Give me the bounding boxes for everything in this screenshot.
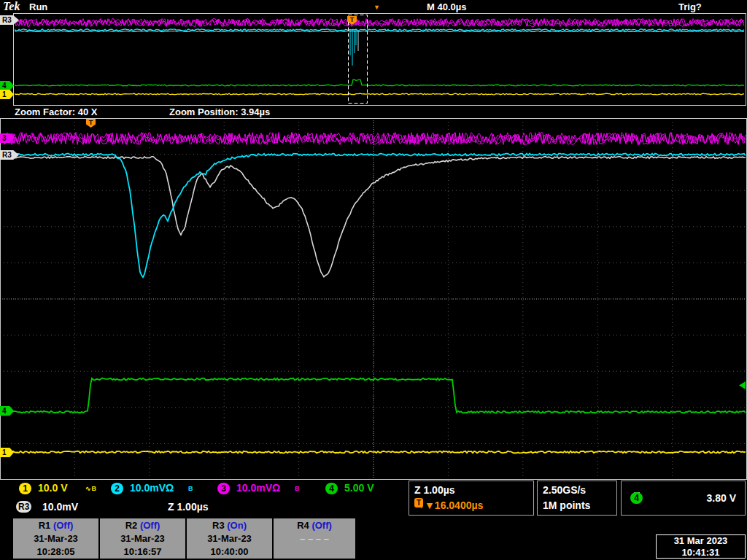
ref3-slot-button[interactable]: R3 (On) 31-Mar-23 10:40:00 <box>187 518 272 559</box>
ch3-flags: B <box>295 485 301 492</box>
ref3-scale-readout: 10.0mV <box>42 501 78 513</box>
acquisition-status: Run <box>29 1 47 12</box>
zoom-position-label: Zoom Position: 3.94µs <box>169 106 270 117</box>
ref2-slot-button[interactable]: R2 (Off) 31-Mar-23 10:16:57 <box>100 518 185 559</box>
ch3-badge: 3 <box>217 483 230 494</box>
trigger-delay-line: T→▼16.0400µs <box>414 498 528 513</box>
ch4-scale-readout: 5.00 V <box>344 482 374 494</box>
top-status-bar: Tek Run M 40.0µs Trig? ▼ <box>0 0 747 13</box>
readout-bar: 1 10.0 V ∿B 2 10.0mVΩ B 3 10.0mVΩ B 4 5.… <box>0 480 747 518</box>
trigger-position-marker-icon: ▼ <box>374 4 380 11</box>
zoom-factor-label: Zoom Factor: 40 X <box>15 106 97 117</box>
slot-title: R2 (Off) <box>100 519 185 532</box>
main-waveform-canvas <box>0 118 747 480</box>
ch1-badge: 1 <box>19 483 31 494</box>
ref-readout-row: R3 10.0mV Z 1.00µs <box>0 499 409 516</box>
ref3-badge: R3 <box>16 501 31 513</box>
slot-time: 10:40:00 <box>187 545 272 559</box>
zoom-scale-readout: Z 1.00µs <box>414 483 528 498</box>
slot-time: 10:28:05 <box>13 545 98 559</box>
slot-time: 10:16:57 <box>100 545 185 559</box>
datetime-box: 31 Mar 2023 10:41:31 <box>656 534 746 559</box>
zoom-info-bar: Zoom Factor: 40 X Zoom Position: 3.94µs <box>0 106 747 118</box>
overview-waveform-canvas <box>0 13 747 106</box>
slot-date: 31-Mar-23 <box>13 532 98 545</box>
ref1-slot-button[interactable]: R1 (Off) 31-Mar-23 10:28:05 <box>13 518 98 559</box>
slot-title: R4 (Off) <box>274 519 355 532</box>
ch2-badge: 2 <box>111 483 123 494</box>
zoom-timebase-box: Z 1.00µs T→▼16.0400µs <box>409 481 534 516</box>
slot-title: R3 (On) <box>187 519 272 532</box>
ref-menu-bar: R1 (Off) 31-Mar-23 10:28:05 R2 (Off) 31-… <box>0 518 747 560</box>
ch3-scale-readout: 10.0mVΩ <box>236 482 280 494</box>
trigger-level-readout: 3.80 V <box>707 492 736 504</box>
ch1-flags: ∿B <box>85 485 97 492</box>
main-graticule: 3 R3 4 1 T <box>0 118 747 480</box>
date-readout: 31 Mar 2023 <box>657 535 745 547</box>
ref3-zoom-readout: Z 1.00µs <box>168 501 209 513</box>
ch1-scale-readout: 10.0 V <box>38 482 67 494</box>
slot-date: – – – – <box>274 532 355 545</box>
slot-date: 31-Mar-23 <box>100 532 185 545</box>
ref4-slot-button[interactable]: R4 (Off) – – – – <box>274 518 355 559</box>
time-readout: 10:41:31 <box>657 547 745 559</box>
slot-date: 31-Mar-23 <box>187 532 272 545</box>
trigger-delay-readout: →▼16.0400µs <box>414 499 483 511</box>
tek-logo: Tek <box>3 0 20 13</box>
oscilloscope-screen: Tek Run M 40.0µs Trig? ▼ R3 4 1 T Zoom F… <box>0 0 747 560</box>
ch2-flags: B <box>188 485 194 492</box>
record-length-readout: 1M points <box>543 498 611 513</box>
ch4-badge: 4 <box>325 483 338 494</box>
zoom-overview-window: R3 4 1 T <box>0 13 747 106</box>
trigger-t-badge: T <box>414 498 423 508</box>
trigger-status: Trig? <box>678 1 702 12</box>
trigger-source-badge: 4 <box>630 492 643 504</box>
ch2-scale-readout: 10.0mVΩ <box>130 482 174 494</box>
trigger-readout-box: 4 3.80 V <box>621 481 746 516</box>
slot-title: R1 (Off) <box>13 519 98 532</box>
timebase-readout: M 40.0µs <box>427 1 466 12</box>
sample-rate-box: 2.50GS/s 1M points <box>537 481 617 516</box>
sample-rate-readout: 2.50GS/s <box>543 483 611 498</box>
